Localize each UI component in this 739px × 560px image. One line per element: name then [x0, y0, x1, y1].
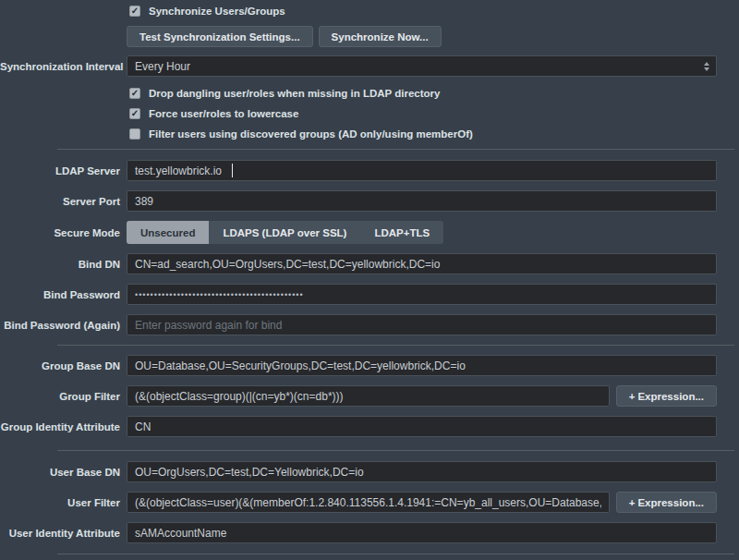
user-expression-button-label: Expression...: [637, 497, 704, 508]
user-base-dn-row: User Base DN: [0, 461, 739, 482]
group-filter-label: Group Filter: [0, 391, 120, 402]
section-divider: [57, 149, 734, 150]
group-expression-button-label: Expression...: [637, 391, 704, 402]
force-lowercase-option[interactable]: ✓ Force user/roles to lowercase: [129, 108, 739, 119]
group-base-dn-row: Group Base DN: [0, 355, 739, 376]
checkbox-icon[interactable]: ✓: [129, 88, 140, 99]
drop-dangling-label: Drop dangling user/roles when missing in…: [149, 88, 440, 99]
group-identity-attribute-label: Group Identity Attribute: [0, 421, 120, 432]
bind-password-again-row: Bind Password (Again): [0, 314, 739, 335]
group-base-dn-label: Group Base DN: [0, 360, 120, 371]
group-base-dn-input[interactable]: [127, 355, 717, 376]
server-port-label: Server Port: [0, 196, 120, 207]
group-filter-row: Group Filter +Expression...: [0, 385, 739, 407]
force-lowercase-label: Force user/roles to lowercase: [149, 108, 298, 119]
user-filter-input[interactable]: [127, 492, 610, 513]
text-caret: [232, 164, 233, 177]
checkmark-icon: ✓: [131, 89, 139, 98]
group-filter-input[interactable]: [127, 385, 610, 407]
user-expression-button[interactable]: +Expression...: [616, 492, 717, 513]
server-port-row: Server Port: [0, 190, 739, 212]
bind-dn-input[interactable]: [127, 253, 717, 274]
user-base-dn-input[interactable]: [127, 461, 717, 482]
checkbox-icon[interactable]: ✓: [129, 108, 140, 119]
bind-password-row: Bind Password: [0, 284, 739, 305]
secure-mode-label: Secure Mode: [0, 227, 120, 238]
bind-dn-row: Bind DN: [0, 253, 739, 274]
secure-mode-ldaps-button[interactable]: LDAPS (LDAP over SSL): [209, 221, 360, 244]
secure-mode-row: Secure Mode Unsecured LDAPS (LDAP over S…: [0, 221, 739, 244]
synchronization-interval-select[interactable]: Every Hour: [127, 55, 717, 77]
plus-icon: +: [629, 391, 636, 402]
group-expression-button[interactable]: +Expression...: [616, 385, 717, 407]
filter-users-discovered-groups-option[interactable]: ✓ Filter users using discovered groups (…: [129, 128, 739, 140]
bind-dn-label: Bind DN: [0, 259, 120, 270]
user-filter-label: User Filter: [0, 497, 120, 508]
user-identity-attribute-row: User Identity Attribute: [0, 522, 739, 543]
ldap-server-row: LDAP Server: [0, 160, 739, 181]
test-synchronization-settings-button[interactable]: Test Synchronization Settings...: [127, 26, 313, 47]
checkbox-icon[interactable]: ✓: [129, 6, 140, 17]
section-divider: [57, 345, 734, 346]
user-identity-attribute-input[interactable]: [127, 522, 717, 543]
user-base-dn-label: User Base DN: [0, 467, 120, 478]
bind-password-label: Bind Password: [0, 289, 120, 300]
group-identity-attribute-input[interactable]: [127, 416, 717, 437]
bind-password-input[interactable]: [127, 284, 717, 305]
checkmark-icon: ✓: [131, 109, 139, 118]
secure-mode-unsecured-button[interactable]: Unsecured: [127, 221, 209, 244]
synchronize-users-groups-label: Synchronize Users/Groups: [149, 6, 285, 17]
bind-password-again-input[interactable]: [127, 314, 717, 335]
plus-icon: +: [629, 497, 636, 508]
group-identity-attribute-row: Group Identity Attribute: [0, 416, 739, 437]
checkmark-icon: ✓: [131, 6, 139, 16]
secure-mode-ldap-tls-button[interactable]: LDAP+TLS: [360, 221, 443, 244]
secure-mode-group: Unsecured LDAPS (LDAP over SSL) LDAP+TLS: [127, 221, 443, 244]
ldap-server-label: LDAP Server: [0, 165, 120, 177]
server-port-input[interactable]: [127, 190, 717, 212]
section-divider: [57, 450, 734, 451]
bind-password-again-label: Bind Password (Again): [0, 320, 120, 331]
sync-action-buttons: Test Synchronization Settings... Synchro…: [127, 26, 739, 47]
user-filter-row: User Filter +Expression...: [0, 492, 739, 513]
ldap-server-input[interactable]: [127, 160, 717, 181]
synchronization-interval-row: Synchronization Interval Every Hour: [0, 55, 739, 77]
user-identity-attribute-label: User Identity Attribute: [0, 528, 120, 539]
filter-users-discovered-groups-label: Filter users using discovered groups (AD…: [149, 128, 473, 140]
synchronize-users-groups-option[interactable]: ✓ Synchronize Users/Groups: [129, 6, 739, 17]
synchronize-now-button[interactable]: Synchronize Now...: [319, 26, 442, 47]
drop-dangling-option[interactable]: ✓ Drop dangling user/roles when missing …: [129, 88, 739, 99]
section-divider: [57, 554, 734, 554]
checkbox-icon[interactable]: ✓: [129, 128, 140, 140]
synchronization-interval-label: Synchronization Interval: [0, 61, 120, 72]
